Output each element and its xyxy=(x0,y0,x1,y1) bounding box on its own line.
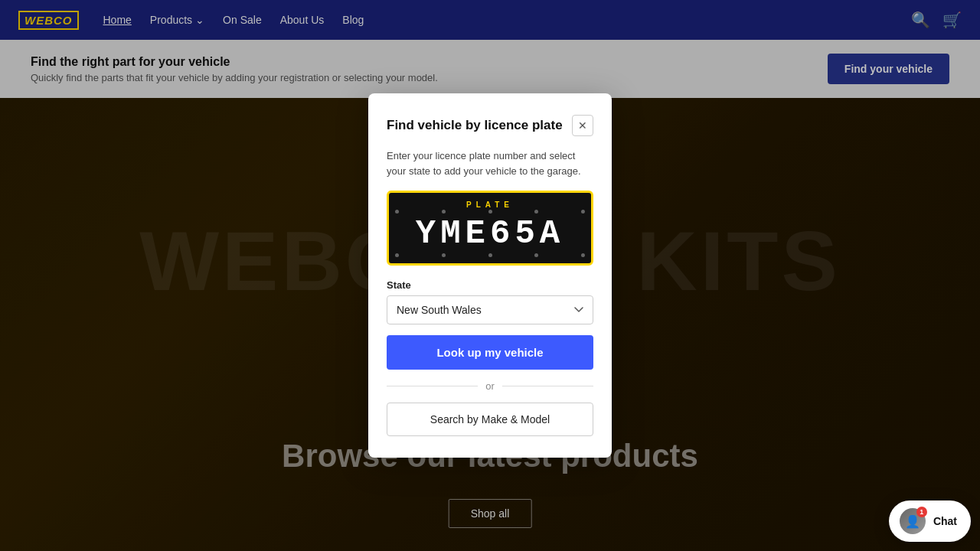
licence-plate-modal: Find vehicle by licence plate ✕ Enter yo… xyxy=(368,93,612,457)
lookup-vehicle-button[interactable]: Look up my vehicle xyxy=(387,335,593,370)
plate-dot xyxy=(534,210,538,214)
plate-label: PLATE xyxy=(400,201,580,209)
or-text: or xyxy=(485,380,495,392)
modal-overlay: Find vehicle by licence plate ✕ Enter yo… xyxy=(0,0,980,551)
plate-dot xyxy=(442,253,446,257)
or-divider: or xyxy=(387,380,593,392)
chat-widget[interactable]: 👤 1 Chat xyxy=(889,500,971,542)
modal-header: Find vehicle by licence plate ✕ xyxy=(387,115,593,136)
plate-dot xyxy=(395,253,399,257)
state-label: State xyxy=(387,279,593,291)
plate-number: YME65A xyxy=(400,215,580,252)
plate-dot xyxy=(488,210,492,214)
chat-badge: 1 xyxy=(916,507,927,517)
plate-bottom-dots xyxy=(395,253,585,257)
modal-close-button[interactable]: ✕ xyxy=(572,115,593,136)
licence-plate-display: PLATE YME65A xyxy=(387,191,593,265)
modal-description: Enter your licence plate number and sele… xyxy=(387,148,593,178)
plate-dot xyxy=(395,210,399,214)
plate-dot xyxy=(488,253,492,257)
plate-dot xyxy=(442,210,446,214)
or-line-left xyxy=(387,386,478,386)
plate-top-dots xyxy=(395,210,585,214)
state-select[interactable]: New South Wales Victoria Queensland Sout… xyxy=(387,295,593,324)
modal-title: Find vehicle by licence plate xyxy=(387,118,563,133)
plate-dot xyxy=(534,253,538,257)
chat-avatar: 👤 1 xyxy=(900,508,926,534)
or-line-right xyxy=(502,386,593,386)
plate-dot xyxy=(581,253,585,257)
chat-label: Chat xyxy=(933,515,957,527)
plate-dot xyxy=(581,210,585,214)
search-make-model-button[interactable]: Search by Make & Model xyxy=(387,403,593,436)
